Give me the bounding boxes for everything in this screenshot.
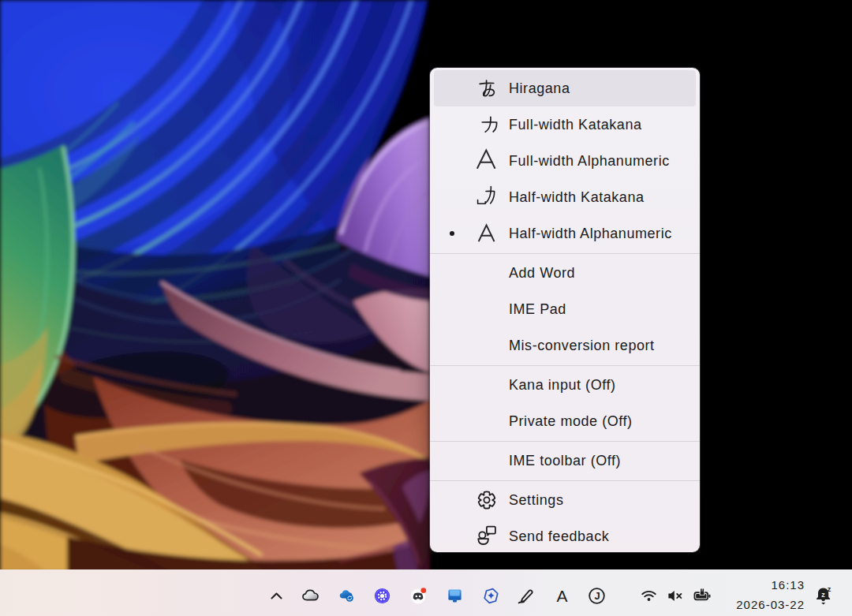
svg-text:z: z (828, 586, 831, 593)
svg-text:z: z (821, 591, 825, 599)
svg-text:A: A (556, 587, 567, 605)
svg-text:J: J (594, 590, 600, 602)
